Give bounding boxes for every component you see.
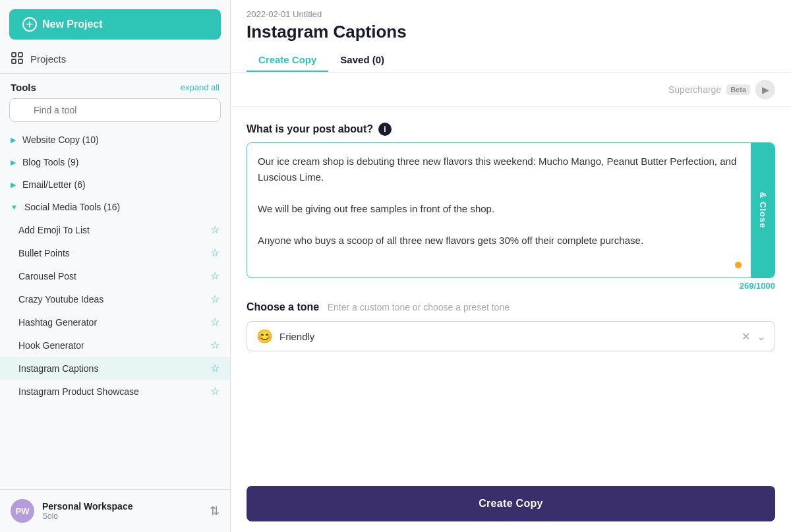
post-textarea-wrapper: & Close bbox=[247, 142, 775, 278]
category-label: Social Media Tools (16) bbox=[24, 202, 120, 212]
orange-dot-indicator bbox=[735, 262, 742, 268]
workspace-plan: Solo bbox=[42, 512, 132, 521]
close-panel-label: & Close bbox=[758, 192, 768, 228]
tools-header: Tools expand all bbox=[0, 74, 230, 98]
svg-rect-1 bbox=[18, 53, 22, 57]
search-container: 🔍 bbox=[0, 98, 230, 129]
tools-title: Tools bbox=[11, 82, 36, 93]
tool-label: Add Emoji To List bbox=[18, 225, 90, 235]
tool-label: Crazy Youtube Ideas bbox=[18, 294, 103, 305]
tone-select[interactable]: 😊 Friendly ✕ ⌄ bbox=[247, 321, 775, 351]
category-blog-tools[interactable]: ▶ Blog Tools (9) bbox=[0, 151, 230, 173]
chevron-down-icon: ▼ bbox=[11, 203, 18, 211]
new-project-button[interactable]: + New Project bbox=[9, 9, 221, 40]
expand-all-button[interactable]: expand all bbox=[181, 82, 220, 92]
info-icon: i bbox=[378, 123, 392, 136]
tab-create-copy[interactable]: Create Copy bbox=[247, 49, 328, 72]
beta-badge: Beta bbox=[726, 84, 750, 95]
tools-list: ▶ Website Copy (10) ▶ Blog Tools (9) ▶ E… bbox=[0, 129, 230, 489]
tone-clear-icon[interactable]: ✕ bbox=[742, 330, 750, 343]
tone-value: Friendly bbox=[279, 331, 735, 342]
workspace-name: Personal Workspace bbox=[42, 501, 132, 512]
tool-instagram-product[interactable]: Instagram Product Showcase ☆ bbox=[0, 380, 230, 403]
tone-row: Choose a tone Enter a custom tone or cho… bbox=[247, 301, 775, 313]
tool-hashtag-generator[interactable]: Hashtag Generator ☆ bbox=[0, 310, 230, 334]
category-label: Email/Letter (6) bbox=[22, 179, 86, 190]
workspace-info[interactable]: PW Personal Workspace Solo bbox=[11, 499, 132, 523]
tool-label: Bullet Points bbox=[18, 248, 70, 258]
star-icon[interactable]: ☆ bbox=[210, 293, 220, 305]
tool-label: Hook Generator bbox=[18, 340, 84, 351]
svg-rect-3 bbox=[18, 59, 22, 63]
search-input[interactable] bbox=[9, 98, 221, 122]
post-about-input[interactable] bbox=[247, 143, 775, 275]
tool-crazy-youtube[interactable]: Crazy Youtube Ideas ☆ bbox=[0, 287, 230, 310]
tool-carousel-post[interactable]: Carousel Post ☆ bbox=[0, 264, 230, 287]
tab-bar: Create Copy Saved (0) bbox=[247, 49, 775, 72]
post-about-text: What is your post about? bbox=[247, 123, 373, 135]
category-label: Website Copy (10) bbox=[22, 134, 99, 145]
star-icon[interactable]: ☆ bbox=[210, 223, 220, 236]
projects-section: Projects bbox=[0, 46, 230, 74]
category-social-media[interactable]: ▼ Social Media Tools (16) bbox=[0, 196, 230, 218]
main-header: 2022-02-01 Untitled Instagram Captions C… bbox=[231, 0, 791, 73]
svg-rect-2 bbox=[12, 59, 16, 63]
sidebar-footer: PW Personal Workspace Solo ⇅ bbox=[0, 489, 230, 532]
tone-chevron-icon[interactable]: ⌄ bbox=[757, 330, 765, 343]
supercharge-label: Supercharge bbox=[668, 84, 721, 95]
tool-label: Carousel Post bbox=[18, 271, 76, 281]
supercharge-button[interactable]: ▶ bbox=[755, 80, 775, 100]
chevron-right-icon: ▶ bbox=[11, 181, 16, 189]
sidebar: + New Project Projects Tools expand all … bbox=[0, 0, 231, 532]
chevron-right-icon: ▶ bbox=[11, 136, 16, 144]
projects-label: Projects bbox=[30, 53, 66, 65]
form-area: What is your post about? i & Close 269/1… bbox=[231, 107, 791, 478]
supercharge-bar: Supercharge Beta ▶ bbox=[231, 73, 791, 107]
tone-emoji: 😊 bbox=[256, 328, 273, 344]
main-content: 2022-02-01 Untitled Instagram Captions C… bbox=[231, 0, 791, 532]
tab-saved[interactable]: Saved (0) bbox=[328, 49, 396, 72]
grid-icon bbox=[11, 51, 24, 67]
tool-label: Instagram Captions bbox=[18, 363, 98, 374]
star-icon[interactable]: ☆ bbox=[210, 362, 220, 374]
workspace-text: Personal Workspace Solo bbox=[42, 501, 132, 521]
category-email-letter[interactable]: ▶ Email/Letter (6) bbox=[0, 173, 230, 196]
tool-label: Instagram Product Showcase bbox=[18, 386, 139, 397]
chevron-right-icon: ▶ bbox=[11, 158, 16, 167]
page-title: Instagram Captions bbox=[247, 22, 407, 42]
post-about-label: What is your post about? i bbox=[247, 123, 775, 136]
tool-label: Hashtag Generator bbox=[18, 317, 97, 328]
projects-link[interactable]: Projects bbox=[11, 51, 220, 67]
tone-actions: ✕ ⌄ bbox=[742, 330, 765, 343]
category-label: Blog Tools (9) bbox=[22, 157, 78, 167]
avatar: PW bbox=[11, 499, 34, 523]
star-icon[interactable]: ☆ bbox=[210, 385, 220, 398]
breadcrumb: 2022-02-01 Untitled bbox=[247, 9, 775, 19]
char-count: 269/1000 bbox=[247, 281, 775, 291]
plus-icon: + bbox=[22, 17, 37, 32]
page-title-row: Instagram Captions bbox=[247, 22, 775, 42]
star-icon[interactable]: ☆ bbox=[210, 270, 220, 282]
tool-hook-generator[interactable]: Hook Generator ☆ bbox=[0, 334, 230, 357]
footer-cta: Create Copy bbox=[231, 478, 791, 532]
close-panel-button[interactable]: & Close bbox=[751, 143, 775, 278]
category-website-copy[interactable]: ▶ Website Copy (10) bbox=[0, 129, 230, 151]
tone-label: Choose a tone bbox=[247, 301, 319, 312]
create-copy-button[interactable]: Create Copy bbox=[247, 486, 775, 521]
new-project-label: New Project bbox=[42, 18, 103, 30]
tone-placeholder-text: Enter a custom tone or choose a preset t… bbox=[328, 302, 510, 312]
star-icon[interactable]: ☆ bbox=[210, 247, 220, 259]
svg-rect-0 bbox=[12, 53, 16, 57]
tool-add-emoji[interactable]: Add Emoji To List ☆ bbox=[0, 218, 230, 241]
star-icon[interactable]: ☆ bbox=[210, 316, 220, 328]
tool-bullet-points[interactable]: Bullet Points ☆ bbox=[0, 241, 230, 264]
search-wrapper: 🔍 bbox=[9, 98, 221, 122]
chevron-updown-icon[interactable]: ⇅ bbox=[210, 504, 220, 518]
tool-instagram-captions[interactable]: Instagram Captions ☆ bbox=[0, 357, 230, 380]
star-icon[interactable]: ☆ bbox=[210, 339, 220, 351]
